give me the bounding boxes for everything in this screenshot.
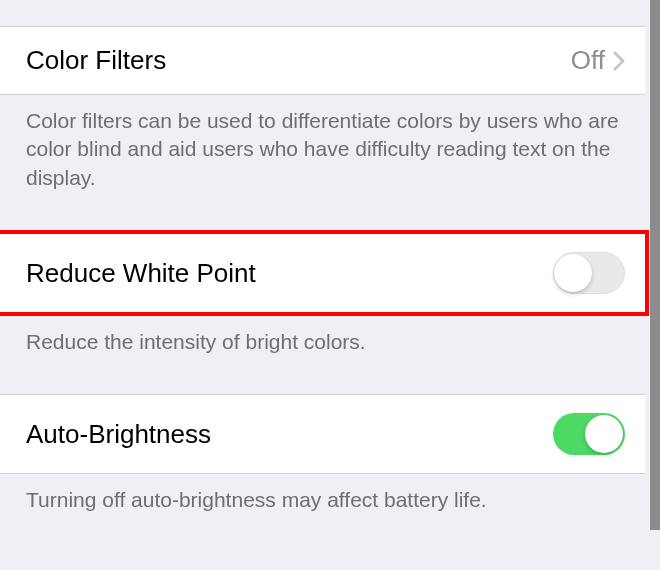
color-filters-row[interactable]: Color Filters Off [0,26,645,95]
spacer [0,200,645,230]
spacer [0,0,645,26]
reduce-white-point-toggle[interactable] [553,252,625,294]
toggle-knob [554,254,592,292]
auto-brightness-toggle[interactable] [553,413,625,455]
scrollbar[interactable] [650,0,660,530]
row-right-group: Off [571,45,625,76]
highlight-annotation: Reduce White Point [0,230,649,316]
reduce-white-point-label: Reduce White Point [26,258,256,289]
color-filters-label: Color Filters [26,45,166,76]
color-filters-value: Off [571,45,605,76]
reduce-white-point-description: Reduce the intensity of bright colors. [0,316,645,364]
auto-brightness-label: Auto-Brightness [26,419,211,450]
reduce-white-point-row[interactable]: Reduce White Point [0,234,645,312]
auto-brightness-description: Turning off auto-brightness may affect b… [0,474,645,522]
toggle-knob [585,415,623,453]
chevron-right-icon [613,51,625,71]
auto-brightness-row[interactable]: Auto-Brightness [0,394,645,474]
color-filters-description: Color filters can be used to differentia… [0,95,645,200]
settings-list: Color Filters Off Color filters can be u… [0,0,645,523]
spacer [0,364,645,394]
